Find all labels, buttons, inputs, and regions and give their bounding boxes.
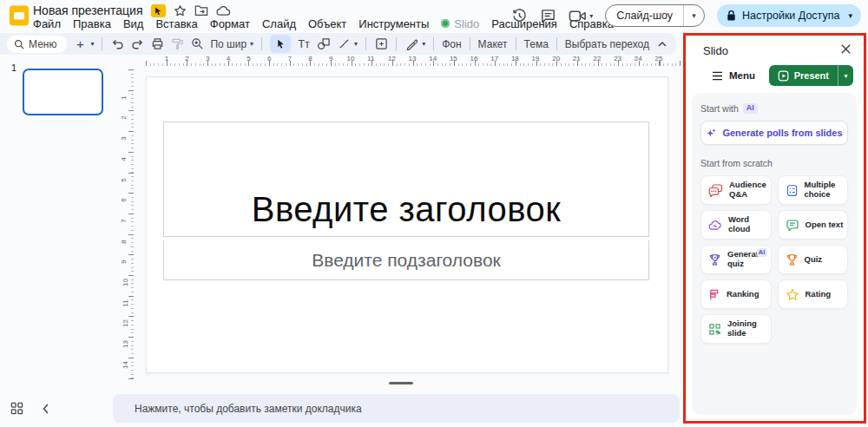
hamburger-icon — [712, 71, 723, 81]
line-tool-button[interactable] — [337, 36, 351, 53]
zoom-fit-select[interactable]: По шир — [210, 38, 247, 50]
multiple-choice-icon — [786, 184, 799, 197]
extension-badge-icon[interactable] — [151, 4, 166, 17]
slido-menu-button[interactable]: Menu — [712, 70, 755, 81]
close-panel-icon[interactable] — [840, 43, 852, 55]
slido-panel: Slido Menu Present ▾ — [683, 33, 866, 424]
insert-image-button[interactable] — [374, 36, 388, 53]
card-label: Rating — [806, 290, 833, 299]
document-title[interactable]: Новая презентация — [33, 3, 143, 17]
shapes-tool-button[interactable] — [317, 36, 331, 53]
slido-card-grid: Audience Q&AMultiple choiceWord cloudOpe… — [700, 175, 848, 344]
toolbar-divider — [261, 37, 262, 50]
toolbar-divider — [102, 37, 102, 50]
open-text-icon — [786, 219, 799, 232]
slido-present-button[interactable]: Present ▾ — [769, 65, 853, 86]
pen-tool-button[interactable] — [404, 36, 418, 53]
slideshow-button[interactable]: Слайд-шоу ▾ — [605, 4, 705, 27]
slido-card-quiz[interactable]: Quiz — [778, 245, 849, 274]
menu-item-2[interactable]: Вид — [117, 17, 150, 30]
slideshow-dropdown-icon[interactable]: ▾ — [683, 5, 704, 26]
add-button[interactable]: + — [73, 36, 87, 53]
app-header: Новая презентация ФайлПравкаВидВставкаФо… — [0, 0, 868, 32]
pen-dropdown-icon[interactable]: ▾ — [422, 40, 425, 48]
collapse-toolbar-icon[interactable] — [657, 41, 667, 48]
version-history-icon[interactable] — [511, 8, 528, 24]
slido-card-word-cloud[interactable]: Word cloud — [700, 210, 772, 240]
share-button[interactable]: Настройки Доступа ▾ — [717, 4, 861, 27]
h-ruler-ticks — [146, 61, 682, 66]
background-button[interactable]: Фон — [442, 38, 461, 50]
menu-item-8[interactable]: Slido — [435, 17, 485, 30]
meet-camera-icon[interactable]: ▾ — [569, 9, 593, 23]
slido-card-rating[interactable]: Rating — [778, 279, 849, 309]
grid-view-icon[interactable] — [10, 402, 23, 415]
slido-card-audience-q-a[interactable]: Audience Q&A — [700, 175, 772, 205]
paint-format-button[interactable] — [170, 36, 184, 53]
move-folder-icon[interactable] — [194, 4, 208, 16]
toolbar-search-label: Меню — [29, 38, 56, 50]
comments-icon[interactable] — [540, 8, 556, 24]
card-label: Multiple choice — [805, 181, 848, 200]
textbox-tool-button[interactable]: Тт — [297, 36, 311, 53]
vertical-ruler: 1234567891011121314 — [122, 69, 135, 382]
toolbar-divider — [433, 37, 434, 50]
toolbar-divider — [470, 37, 470, 50]
undo-button[interactable] — [110, 36, 124, 53]
card-label: Quiz — [805, 255, 825, 265]
transition-button[interactable]: Выбрать переход — [565, 38, 649, 50]
star-icon[interactable] — [174, 4, 187, 17]
menu-item-0[interactable]: Файл — [27, 17, 67, 30]
menu-item-7[interactable]: Инструменты — [352, 17, 435, 30]
card-label: Open text — [806, 220, 845, 230]
toolbar-search-button[interactable]: Меню — [7, 36, 67, 53]
card-label: Joining slide — [727, 319, 771, 338]
layout-button[interactable]: Макет — [478, 38, 508, 50]
zoom-button[interactable] — [190, 36, 204, 53]
select-tool-button[interactable] — [270, 35, 291, 53]
slido-card-ranking[interactable]: Ranking — [700, 279, 772, 309]
rating-icon — [786, 288, 799, 301]
slido-menu-label: Menu — [729, 70, 755, 81]
slido-card-open-text[interactable]: Open text — [778, 210, 849, 240]
menu-item-3[interactable]: Вставка — [149, 17, 203, 30]
slido-card-joining-slide[interactable]: Joining slide — [700, 314, 772, 344]
subtitle-placeholder-box[interactable]: Введите подзаголовок — [163, 240, 649, 280]
menu-item-4[interactable]: Формат — [204, 17, 256, 30]
print-button[interactable] — [150, 36, 164, 53]
search-icon — [14, 39, 24, 49]
menu-item-1[interactable]: Правка — [67, 17, 117, 30]
present-dropdown-icon[interactable]: ▾ — [838, 65, 853, 86]
speaker-notes-placeholder: Нажмите, чтобы добавить заметки докладчи… — [135, 403, 362, 415]
slide-thumbnail[interactable] — [23, 69, 103, 115]
redo-button[interactable] — [130, 36, 144, 53]
add-dropdown-icon[interactable]: ▾ — [90, 40, 94, 48]
speaker-notes-bar[interactable]: Нажмите, чтобы добавить заметки докладчи… — [113, 394, 680, 423]
title-placeholder-box[interactable]: Введите заголовок — [163, 122, 649, 237]
present-play-icon — [778, 70, 789, 82]
ai-badge: AI — [757, 248, 767, 257]
line-dropdown-icon[interactable]: ▾ — [354, 40, 358, 48]
theme-button[interactable]: Тема — [524, 38, 549, 50]
share-dropdown-icon[interactable]: ▾ — [848, 11, 852, 20]
present-label: Present — [794, 70, 829, 81]
slido-card-multiple-choice[interactable]: Multiple choice — [778, 175, 849, 205]
zoom-fit-dropdown-icon[interactable]: ▾ — [250, 40, 253, 48]
toolbar: Меню + ▾ По шир ▾ Тт ▾ — [0, 33, 676, 55]
collapse-filmstrip-icon[interactable] — [43, 404, 49, 414]
slido-card-generate-quiz[interactable]: Generate quizAI — [700, 245, 772, 274]
joining-slide-icon — [708, 323, 721, 336]
card-label: Audience Q&A — [729, 181, 771, 200]
menu-item-5[interactable]: Слайд — [256, 17, 302, 30]
toolbar-divider — [556, 37, 557, 50]
slide-number: 1 — [11, 62, 16, 73]
toolbar-divider — [365, 37, 366, 50]
lock-icon — [726, 10, 737, 22]
cloud-status-icon[interactable] — [216, 5, 231, 16]
generate-polls-button[interactable]: Generate polls from slides — [700, 121, 848, 145]
generate-polls-label: Generate polls from slides — [722, 128, 842, 138]
notes-resize-handle[interactable] — [389, 382, 413, 384]
menu-item-6[interactable]: Объект — [302, 17, 352, 30]
ai-badge: AI — [743, 103, 758, 114]
v-ruler-ticks — [128, 69, 134, 382]
